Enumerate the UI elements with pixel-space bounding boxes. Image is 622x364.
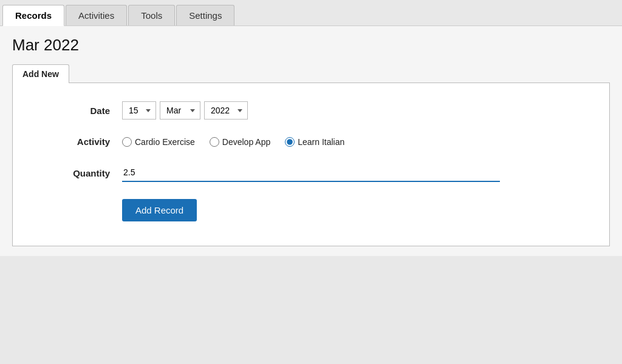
quantity-wrapper: [122, 164, 585, 182]
activity-italian-radio[interactable]: [285, 137, 295, 147]
add-record-button[interactable]: Add Record: [122, 199, 197, 221]
year-select[interactable]: 2020202120222023: [204, 101, 248, 120]
activity-label: Activity: [37, 136, 110, 147]
activity-italian-label: Learn Italian: [298, 137, 344, 147]
form-section: Date 1234 5678 9101112 13141516 17181920…: [12, 83, 610, 246]
main-content: Mar 2022 Add New Date 1234 5678 9101112 …: [0, 26, 622, 256]
activity-cardio-option[interactable]: Cardio Exercise: [122, 137, 195, 147]
tab-settings[interactable]: Settings: [176, 5, 234, 25]
quantity-input[interactable]: [122, 164, 500, 182]
activity-develop-radio[interactable]: [210, 137, 219, 147]
activity-row: Activity Cardio Exercise Develop App Lea…: [37, 136, 585, 147]
activity-cardio-label: Cardio Exercise: [135, 137, 195, 147]
activity-cardio-radio[interactable]: [122, 137, 132, 147]
month-select[interactable]: JanFebMar AprMayJun JulAugSep OctNovDec: [160, 101, 200, 120]
tab-tools[interactable]: Tools: [128, 5, 175, 25]
main-tab-bar: Records Activities Tools Settings: [0, 0, 622, 26]
activity-develop-option[interactable]: Develop App: [210, 137, 270, 147]
activity-italian-option[interactable]: Learn Italian: [285, 137, 344, 147]
tab-records[interactable]: Records: [2, 5, 64, 26]
button-row: Add Record: [122, 199, 585, 221]
day-select[interactable]: 1234 5678 9101112 13141516 17181920 2122…: [122, 101, 156, 120]
date-label: Date: [37, 106, 110, 116]
quantity-row: Quantity: [37, 164, 585, 182]
date-selects: 1234 5678 9101112 13141516 17181920 2122…: [122, 101, 248, 120]
activity-radio-group: Cardio Exercise Develop App Learn Italia…: [122, 137, 353, 147]
date-row: Date 1234 5678 9101112 13141516 17181920…: [37, 101, 585, 120]
quantity-label: Quantity: [37, 168, 110, 178]
page-title: Mar 2022: [12, 36, 610, 55]
tab-add-new[interactable]: Add New: [12, 64, 69, 83]
inner-tab-bar: Add New: [12, 64, 610, 83]
activity-develop-label: Develop App: [222, 137, 270, 147]
tab-activities[interactable]: Activities: [66, 5, 127, 25]
